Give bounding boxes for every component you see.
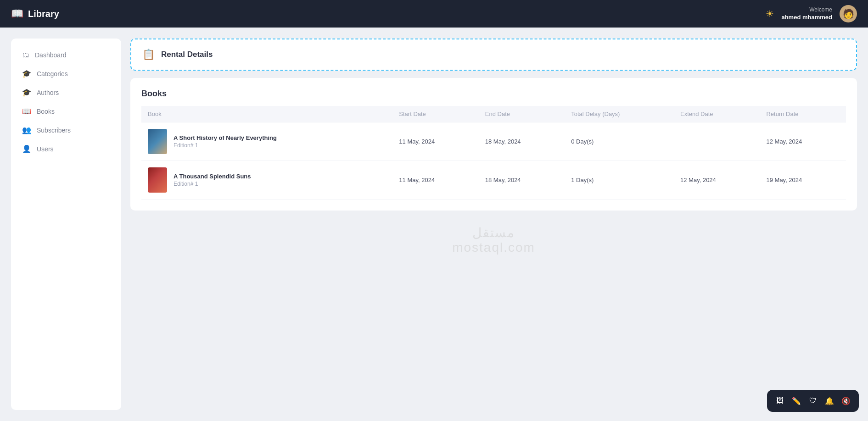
header-right: ☀ Welcome ahmed mhammed 🧑 xyxy=(766,5,857,22)
main-layout: 🗂 Dashboard 🎓 Categories 🎓 Authors 📖 Boo… xyxy=(0,28,868,421)
app-title: Library xyxy=(28,9,59,19)
col-book: Book xyxy=(141,106,392,122)
toolbar-btn-alert[interactable]: 🔔 xyxy=(822,393,837,408)
book-title-0: A Short History of Nearly Everything xyxy=(174,134,277,141)
toolbar-btn-image[interactable]: 🖼 xyxy=(773,393,787,408)
welcome-block: Welcome ahmed mhammed xyxy=(781,6,832,22)
app-header: 📖 Library ☀ Welcome ahmed mhammed 🧑 xyxy=(0,0,868,28)
cell-return-date-1: 19 May, 2024 xyxy=(760,161,846,199)
sidebar-item-users[interactable]: 👤 Users xyxy=(11,139,121,158)
cell-end-date-0: 18 May, 2024 xyxy=(479,122,565,161)
cell-end-date-1: 18 May, 2024 xyxy=(479,161,565,199)
sidebar-label-users: Users xyxy=(37,145,54,153)
table-header-row: Book Start Date End Date Total Delay (Da… xyxy=(141,106,846,122)
cell-book-1: A Thousand Splendid Suns Edition# 1 xyxy=(141,161,392,199)
sidebar-item-categories[interactable]: 🎓 Categories xyxy=(11,64,121,83)
users-icon: 👤 xyxy=(22,144,31,153)
sidebar-item-subscribers[interactable]: 👥 Subscribers xyxy=(11,121,121,139)
cell-total-delay-1: 1 Day(s) xyxy=(565,161,674,199)
app-logo: 📖 Library xyxy=(11,8,59,20)
rental-icon: 📋 xyxy=(142,49,155,61)
bottom-toolbar: 🖼 ✏️ 🛡 🔔 🔇 xyxy=(767,390,859,412)
user-name: ahmed mhammed xyxy=(781,13,832,22)
book-icon: 📖 xyxy=(11,8,23,20)
books-section-title: Books xyxy=(141,89,846,99)
book-edition-0: Edition# 1 xyxy=(174,142,277,149)
rental-details-banner: 📋 Rental Details xyxy=(130,39,857,71)
toolbar-btn-shield[interactable]: 🛡 xyxy=(806,393,820,408)
col-total-delay: Total Delay (Days) xyxy=(565,106,674,122)
theme-toggle-icon[interactable]: ☀ xyxy=(766,8,774,19)
sidebar-label-subscribers: Subscribers xyxy=(37,127,71,134)
books-icon: 📖 xyxy=(22,107,31,116)
table-row: A Thousand Splendid Suns Edition# 1 11 M… xyxy=(141,161,846,199)
toolbar-btn-edit[interactable]: ✏️ xyxy=(789,393,804,408)
books-table: Book Start Date End Date Total Delay (Da… xyxy=(141,106,846,199)
sidebar-label-books: Books xyxy=(37,108,55,115)
subscribers-icon: 👥 xyxy=(22,126,31,134)
cell-extend-date-1: 12 May, 2024 xyxy=(674,161,760,199)
sidebar-item-books[interactable]: 📖 Books xyxy=(11,102,121,121)
book-edition-1: Edition# 1 xyxy=(174,181,251,187)
authors-icon: 🎓 xyxy=(22,88,31,97)
sidebar-label-dashboard: Dashboard xyxy=(35,51,67,59)
book-cover-0 xyxy=(148,129,167,154)
book-title-1: A Thousand Splendid Suns xyxy=(174,173,251,180)
sidebar: 🗂 Dashboard 🎓 Categories 🎓 Authors 📖 Boo… xyxy=(11,39,121,410)
table-row: A Short History of Nearly Everything Edi… xyxy=(141,122,846,161)
books-card: Books Book Start Date End Date Total Del… xyxy=(130,78,857,210)
sidebar-label-categories: Categories xyxy=(37,70,68,78)
col-start-date: Start Date xyxy=(392,106,478,122)
cell-start-date-1: 11 May, 2024 xyxy=(392,161,478,199)
cell-extend-date-0 xyxy=(674,122,760,161)
col-return-date: Return Date xyxy=(760,106,846,122)
col-end-date: End Date xyxy=(479,106,565,122)
dashboard-icon: 🗂 xyxy=(22,51,29,59)
sidebar-item-authors[interactable]: 🎓 Authors xyxy=(11,83,121,102)
watermark: مستقلmostaql.com xyxy=(130,218,857,262)
col-extend-date: Extend Date xyxy=(674,106,760,122)
sidebar-item-dashboard[interactable]: 🗂 Dashboard xyxy=(11,46,121,64)
main-content: 📋 Rental Details Books Book Start Date E… xyxy=(130,39,857,410)
welcome-label: Welcome xyxy=(809,6,832,14)
cell-total-delay-0: 0 Day(s) xyxy=(565,122,674,161)
book-cover-1 xyxy=(148,167,167,193)
avatar[interactable]: 🧑 xyxy=(840,5,857,22)
toolbar-btn-mute[interactable]: 🔇 xyxy=(839,393,853,408)
rental-title: Rental Details xyxy=(161,50,213,59)
cell-start-date-0: 11 May, 2024 xyxy=(392,122,478,161)
categories-icon: 🎓 xyxy=(22,69,31,78)
cell-return-date-0: 12 May, 2024 xyxy=(760,122,846,161)
cell-book-0: A Short History of Nearly Everything Edi… xyxy=(141,122,392,161)
sidebar-label-authors: Authors xyxy=(37,89,59,96)
